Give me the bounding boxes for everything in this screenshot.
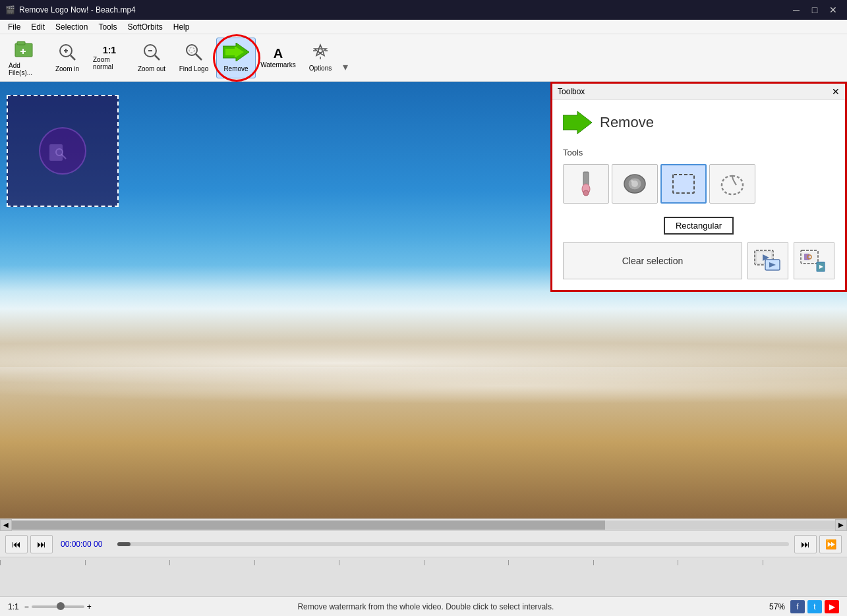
zoom-ratio: 1:1 [8,602,19,611]
app-icon: 🎬 [5,5,15,14]
watermarks-icon: A [274,47,283,60]
toolbox-header: Toolbox ✕ [552,84,845,100]
toolbox-arrow-icon [563,111,592,134]
zoom-slider[interactable]: − + [24,602,92,611]
rect-select-icon [669,171,698,197]
close-button[interactable]: ✕ [825,3,842,16]
remove-icon [223,43,249,64]
toolbar-more-button[interactable]: ▾ [343,61,348,73]
tick [169,560,254,565]
status-text: Remove watermark from the whole video. D… [92,602,760,611]
zoom-minus[interactable]: − [24,602,29,611]
zoom-normal-label: Zoom normal [93,56,126,70]
menu-bar: File Edit Selection Tools SoftOrbits Hel… [0,20,847,34]
time-display: 00:00:00 00 [61,540,107,549]
facebook-icon[interactable]: f [790,600,805,613]
scroll-left-button[interactable]: ◀ [0,519,12,531]
toolbox-panel: Toolbox ✕ Remove Tools [550,82,847,292]
maximize-button[interactable]: □ [806,3,823,16]
action-row: Clear selection [563,242,834,279]
zoom-percent: 57% [769,602,785,611]
timeline-next-button[interactable]: ⏭ [794,535,817,553]
minimize-button[interactable]: ─ [788,3,805,16]
toolbar: Add File(s)... Zoom in 1:1 Zoom normal Z… [0,34,847,82]
zoom-normal-icon: 1:1 [103,45,116,55]
svg-line-7 [71,55,75,60]
tick [763,560,848,565]
find-logo-label: Find Logo [179,65,208,72]
svg-line-12 [196,54,202,60]
toolbox-header-label: Toolbox [558,87,585,96]
logo-selection-box[interactable] [7,95,119,207]
toolbox-body: Remove Tools [552,100,845,290]
shape-button[interactable]: Rectangular [664,217,734,235]
title-controls: ─ □ ✕ [788,3,842,16]
tick [85,560,170,565]
timeline-progress-thumb [117,542,131,546]
zoom-plus[interactable]: + [87,602,92,611]
timeline-prev-button[interactable]: ⏭ [30,535,53,553]
add-files-button[interactable]: Add File(s)... [5,38,45,78]
remove-button[interactable]: Remove [216,38,256,78]
shape-label: Rectangular [563,217,834,235]
options-button[interactable]: Options [301,38,340,78]
select-logo-button[interactable] [794,242,834,279]
logo-svg [36,125,89,177]
status-left: 1:1 − + [8,602,92,611]
timeline-progress-track[interactable] [117,542,789,546]
toolbox-title-row: Remove [563,111,834,134]
options-icon [312,43,329,63]
svg-point-32 [631,180,633,182]
menu-softorbits[interactable]: SoftOrbits [122,20,167,34]
horizontal-scrollbar[interactable]: ◀ ▶ [0,518,847,530]
remove-label: Remove [223,65,248,72]
lasso-icon [718,171,747,197]
select-from-video-icon [753,248,782,274]
tick [593,560,678,565]
window-title: Remove Logo Now! - Beach.mp4 [19,5,136,14]
watermarks-button[interactable]: A Watermarks [258,38,298,78]
timeline-track[interactable] [0,557,847,596]
menu-selection[interactable]: Selection [50,20,93,34]
social-icons: f t ▶ [790,600,839,613]
timeline-ticks [0,557,847,596]
svg-point-13 [189,47,194,53]
eraser-tool-button[interactable] [612,164,658,204]
menu-help[interactable]: Help [168,20,195,34]
status-bar: 1:1 − + Remove watermark from the whole … [0,596,847,616]
options-label: Options [309,65,332,72]
clear-selection-button[interactable]: Clear selection [563,242,742,279]
zoom-in-icon [58,43,76,64]
zoom-in-button[interactable]: Zoom in [47,38,87,78]
tick [0,560,85,565]
zoom-out-label: Zoom out [138,65,165,72]
tick [678,560,763,565]
scroll-thumb[interactable] [12,520,605,530]
twitter-icon[interactable]: t [807,600,822,613]
scroll-right-button[interactable]: ▶ [835,519,847,531]
select-from-video-button[interactable] [747,242,788,279]
svg-point-11 [187,45,197,55]
find-logo-button[interactable]: Find Logo [174,38,214,78]
select-logo-icon [800,248,829,274]
scroll-track[interactable] [12,520,835,530]
zoom-out-icon [142,43,161,64]
brush-tool-button[interactable] [563,164,609,204]
rect-select-tool-button[interactable] [660,164,707,204]
menu-file[interactable]: File [3,20,26,34]
svg-marker-25 [563,111,592,134]
toolbox-close-button[interactable]: ✕ [832,86,840,97]
timeline-skip-start-button[interactable]: ⏮ [5,535,28,553]
zoom-normal-button[interactable]: 1:1 Zoom normal [90,38,129,78]
canvas-area: Toolbox ✕ Remove Tools [0,82,847,518]
find-logo-icon [185,43,203,64]
zoom-out-button[interactable]: Zoom out [132,38,171,78]
menu-tools[interactable]: Tools [93,20,122,34]
youtube-icon[interactable]: ▶ [825,600,839,613]
lasso-tool-button[interactable] [709,164,755,204]
timeline-skip-end-button[interactable]: ⏩ [819,535,842,553]
zoom-slider-track[interactable] [32,605,84,608]
eraser-icon [620,171,649,197]
svg-point-28 [583,190,589,196]
menu-edit[interactable]: Edit [26,20,50,34]
